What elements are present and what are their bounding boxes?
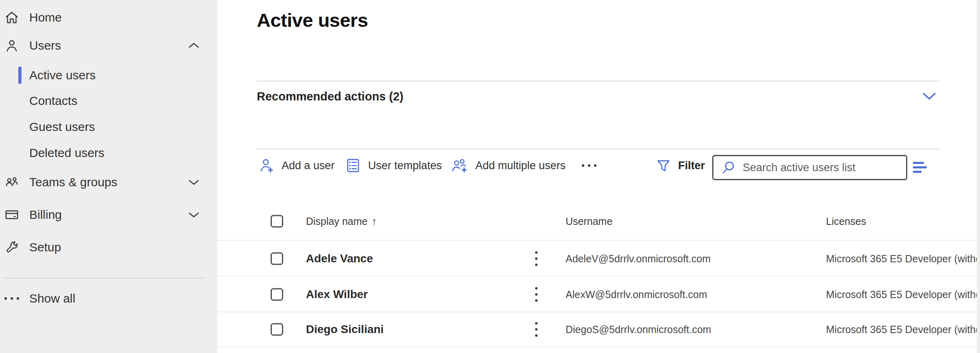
column-header-licenses[interactable]: Licenses: [826, 216, 866, 227]
table-header-row: Display name↑ Username Licenses: [217, 203, 977, 241]
sidebar-item-users[interactable]: Users: [0, 33, 217, 59]
people-add-icon: [450, 157, 469, 174]
sidebar-item-label: Guest users: [29, 120, 95, 134]
divider: [257, 81, 940, 82]
sidebar-item-label: Users: [29, 39, 61, 52]
column-header-username[interactable]: Username: [566, 216, 612, 227]
credit-card-icon: [4, 207, 20, 223]
toolbar-overflow-button[interactable]: [575, 151, 603, 180]
recommended-actions-label: Recommended actions (2): [257, 90, 403, 103]
search-input[interactable]: Search active users list: [712, 155, 907, 180]
filter-button[interactable]: Filter: [655, 151, 705, 180]
add-multiple-users-label: Add multiple users: [475, 159, 566, 172]
sidebar-item-show-all[interactable]: Show all: [0, 285, 217, 312]
sort-ascending-icon: ↑: [371, 215, 377, 227]
sidebar-item-label: Setup: [29, 240, 61, 254]
people-group-icon: [4, 174, 20, 190]
m365-admin-active-users-page: Home Users Active users Contacts: [0, 0, 980, 353]
table-row[interactable]: Alex Wilber AlexW@5drrlv.onmicrosoft.com…: [217, 277, 977, 312]
select-all-checkbox[interactable]: [271, 215, 283, 228]
search-icon: [721, 160, 736, 175]
display-name-cell[interactable]: Diego Siciliani: [306, 323, 384, 336]
row-checkbox[interactable]: [271, 253, 283, 265]
chevron-up-icon[interactable]: [185, 39, 203, 52]
add-user-button[interactable]: Add a user: [258, 151, 335, 180]
divider: [257, 148, 940, 150]
column-header-display-name[interactable]: Display name↑: [306, 215, 377, 228]
sidebar-item-setup[interactable]: Setup: [0, 234, 217, 260]
username-cell: AlexW@5drrlv.onmicrosoft.com: [566, 289, 707, 301]
row-checkbox[interactable]: [271, 323, 283, 336]
sidebar-item-home[interactable]: Home: [0, 4, 217, 31]
row-more-actions-icon[interactable]: [527, 247, 545, 270]
licenses-cell: Microsoft 365 E5 Developer (withou: [826, 324, 977, 336]
vertical-scrollbar[interactable]: [977, 0, 980, 353]
sidebar-divider: [3, 278, 205, 279]
chevron-down-icon[interactable]: [185, 209, 203, 221]
main-content: Active users Recommended actions (2): [217, 0, 980, 353]
selected-indicator: [18, 67, 22, 84]
page-title: Active users: [257, 9, 368, 31]
username-cell: AdeleV@5drrlv.onmicrosoft.com: [566, 253, 711, 265]
sidebar-item-active-users[interactable]: Active users: [0, 62, 217, 88]
chevron-down-icon[interactable]: [919, 88, 939, 105]
template-list-icon: [345, 157, 362, 174]
row-more-actions-icon[interactable]: [527, 318, 545, 341]
licenses-cell: Microsoft 365 E5 Developer (withou: [826, 289, 977, 301]
person-add-icon: [258, 157, 275, 174]
recommended-actions-section: Recommended actions (2): [217, 83, 980, 109]
sidebar-item-label: Active users: [29, 68, 95, 82]
licenses-cell: Microsoft 365 E5 Developer (withou: [826, 253, 977, 265]
sidebar-item-label: Home: [29, 11, 62, 24]
chevron-down-icon[interactable]: [185, 176, 203, 188]
display-name-cell[interactable]: Adele Vance: [306, 252, 373, 265]
user-templates-label: User templates: [368, 159, 442, 172]
sidebar-item-label: Teams & groups: [29, 175, 117, 189]
sidebar-item-billing[interactable]: Billing: [0, 202, 217, 228]
sidebar-item-deleted-users[interactable]: Deleted users: [0, 140, 217, 166]
sidebar-item-label: Contacts: [29, 94, 77, 108]
wrench-icon: [4, 239, 20, 255]
sidebar-item-teams-groups[interactable]: Teams & groups: [0, 169, 217, 195]
filter-funnel-icon: [655, 157, 672, 174]
row-checkbox[interactable]: [271, 288, 283, 301]
sidebar-item-contacts[interactable]: Contacts: [0, 88, 217, 114]
sidebar-item-guest-users[interactable]: Guest users: [0, 114, 217, 140]
display-name-cell[interactable]: Alex Wilber: [306, 288, 368, 301]
search-placeholder-text: Search active users list: [743, 161, 856, 174]
toolbar: Add a user User templates: [217, 151, 980, 180]
home-icon: [4, 9, 20, 26]
add-multiple-users-button[interactable]: Add multiple users: [450, 151, 566, 180]
ellipsis-icon: [4, 290, 20, 307]
more-actions-icon: [582, 164, 596, 167]
username-cell: DiegoS@5drrlv.onmicrosoft.com: [566, 324, 711, 336]
row-more-actions-icon[interactable]: [527, 283, 545, 306]
table-row[interactable]: Adele Vance AdeleV@5drrlv.onmicrosoft.co…: [217, 242, 977, 277]
add-user-label: Add a user: [282, 159, 335, 172]
sidebar-item-label: Billing: [29, 208, 62, 222]
table-row[interactable]: Diego Siciliani DiegoS@5drrlv.onmicrosof…: [217, 312, 977, 347]
person-icon: [4, 37, 20, 54]
column-header-label: Display name: [306, 216, 367, 227]
filter-label: Filter: [678, 159, 705, 172]
sidebar-nav: Home Users Active users Contacts: [0, 0, 217, 353]
sidebar-item-label: Show all: [29, 292, 75, 305]
sidebar-item-label: Deleted users: [29, 146, 104, 160]
user-templates-button[interactable]: User templates: [345, 151, 442, 180]
sort-lines-icon[interactable]: [913, 157, 935, 177]
